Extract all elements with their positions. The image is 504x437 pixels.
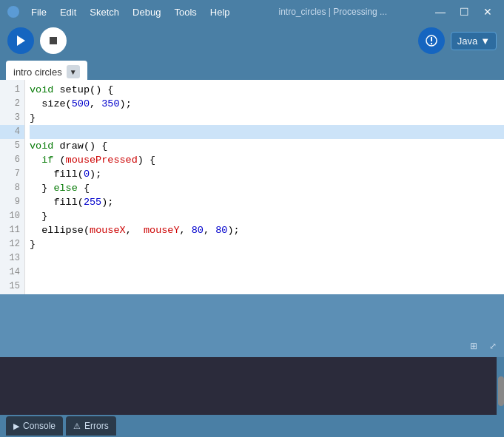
- code-line-9: fill(255);: [30, 195, 504, 209]
- code-line-6: if (mousePressed) {: [30, 153, 504, 167]
- status-bar: ▶ Console ⚠ Errors: [0, 415, 504, 437]
- sketch-output-area: ⊞ ⤢: [0, 294, 504, 357]
- code-line-4: [30, 125, 504, 139]
- menu-help[interactable]: Help: [204, 5, 236, 19]
- line-num-12: 12: [0, 237, 24, 251]
- sketch-icon-bar: ⊞ ⤢: [466, 338, 501, 354]
- line-num-3: 3: [0, 111, 24, 125]
- tab-intro-circles[interactable]: intro circles ▼: [6, 61, 87, 80]
- scrollbar-thumb[interactable]: [498, 376, 504, 406]
- code-line-5: void draw() {: [30, 139, 504, 153]
- code-line-16: [30, 294, 504, 294]
- window-title: intro_circles | Processing ...: [236, 7, 430, 17]
- line-num-5: 5: [0, 139, 24, 153]
- stop-button[interactable]: [40, 27, 67, 54]
- svg-rect-3: [50, 37, 57, 44]
- console-tab[interactable]: ▶ Console: [6, 416, 63, 436]
- line-num-4: 4: [0, 125, 24, 139]
- code-content[interactable]: void setup() { size(500, 350); } void dr…: [25, 80, 504, 294]
- menu-debug[interactable]: Debug: [127, 5, 167, 19]
- debugger-button[interactable]: [418, 27, 445, 54]
- line-num-13: 13: [0, 251, 24, 265]
- svg-point-1: [10, 9, 16, 15]
- toolbar: Java ▼: [0, 24, 504, 58]
- code-line-10: }: [30, 209, 504, 223]
- tab-bar: intro circles ▼: [0, 58, 504, 80]
- code-line-15: [30, 280, 504, 294]
- line-num-9: 9: [0, 195, 24, 209]
- line-num-14: 14: [0, 265, 24, 280]
- line-num-15: 15: [0, 280, 24, 294]
- tab-dropdown-button[interactable]: ▼: [67, 65, 80, 78]
- toolbar-right: Java ▼: [418, 27, 497, 54]
- menu-edit[interactable]: Edit: [54, 5, 82, 19]
- errors-tab[interactable]: ⚠ Errors: [66, 416, 116, 436]
- menu-tools[interactable]: Tools: [168, 5, 202, 19]
- console-icon: ▶: [13, 421, 19, 431]
- line-num-16: 16: [0, 294, 24, 294]
- window-controls: — ☐ ✕: [430, 1, 498, 22]
- title-bar: File Edit Sketch Debug Tools Help intro_…: [0, 0, 504, 24]
- code-line-7: fill(0);: [30, 167, 504, 181]
- code-line-3: }: [30, 111, 504, 125]
- line-num-2: 2: [0, 97, 24, 111]
- code-line-12: }: [30, 237, 504, 251]
- code-line-2: size(500, 350);: [30, 97, 504, 111]
- java-selector[interactable]: Java ▼: [451, 32, 497, 50]
- errors-icon: ⚠: [73, 421, 81, 431]
- line-num-8: 8: [0, 181, 24, 195]
- svg-point-6: [430, 43, 431, 44]
- errors-label: Errors: [84, 421, 109, 431]
- line-numbers: 1 2 3 4 5 6 7 8 9 10 11 12 13 14 15 16 1…: [0, 80, 25, 294]
- line-num-10: 10: [0, 209, 24, 223]
- line-num-1: 1: [0, 83, 24, 97]
- svg-marker-2: [17, 35, 25, 46]
- app-icon: [6, 4, 21, 19]
- code-line-8: } else {: [30, 181, 504, 195]
- code-line-1: void setup() {: [30, 83, 504, 97]
- menu-sketch[interactable]: Sketch: [84, 5, 125, 19]
- run-button[interactable]: [7, 27, 34, 54]
- close-button[interactable]: ✕: [477, 1, 498, 22]
- line-num-7: 7: [0, 167, 24, 181]
- console-label: Console: [23, 421, 56, 431]
- menu-bar: File Edit Sketch Debug Tools Help: [25, 5, 236, 19]
- expand-icon[interactable]: ⤢: [485, 338, 501, 354]
- code-line-14: [30, 265, 504, 280]
- editor-area[interactable]: 1 2 3 4 5 6 7 8 9 10 11 12 13 14 15 16 1…: [0, 80, 504, 294]
- menu-file[interactable]: File: [25, 5, 53, 19]
- tab-label: intro circles: [13, 67, 62, 78]
- line-num-6: 6: [0, 153, 24, 167]
- code-line-11: ellipse(mouseX, mouseY, 80, 80);: [30, 223, 504, 237]
- console-output: [0, 357, 497, 416]
- layout-icon[interactable]: ⊞: [466, 338, 482, 354]
- maximize-button[interactable]: ☐: [454, 1, 474, 22]
- line-num-11: 11: [0, 223, 24, 237]
- minimize-button[interactable]: —: [430, 1, 451, 22]
- code-line-13: [30, 251, 504, 265]
